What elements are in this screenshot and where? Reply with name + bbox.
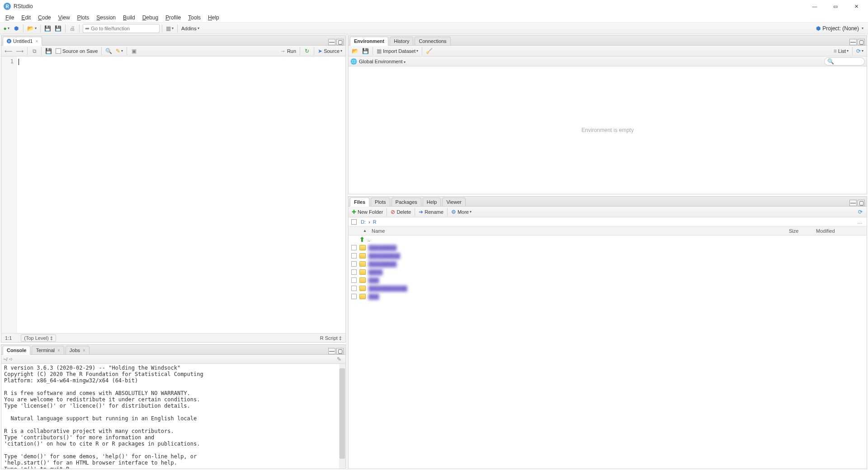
- maximize-pane-button[interactable]: ▢: [336, 348, 344, 354]
- filetype-selector[interactable]: R Script ‡: [320, 335, 342, 341]
- col-modified[interactable]: Modified: [812, 228, 867, 234]
- menu-help[interactable]: Help: [204, 14, 223, 22]
- tab-plots[interactable]: Plots: [371, 197, 390, 207]
- tab-files[interactable]: Files: [350, 197, 369, 207]
- goto-file-function[interactable]: ➦: [83, 24, 160, 33]
- tab-console[interactable]: Console: [3, 346, 30, 355]
- menu-file[interactable]: File: [2, 14, 18, 22]
- goto-input[interactable]: [91, 26, 157, 31]
- project-menu[interactable]: ⬢ Project: (None) ▾: [813, 25, 866, 32]
- tab-connections[interactable]: Connections: [415, 37, 450, 46]
- maximize-pane-button[interactable]: ▢: [336, 39, 344, 45]
- menu-edit[interactable]: Edit: [18, 14, 34, 22]
- show-in-new-window-button[interactable]: ⧉: [30, 47, 39, 56]
- refresh-files-button[interactable]: ⟳: [856, 207, 865, 216]
- menu-plots[interactable]: Plots: [74, 14, 93, 22]
- menu-session[interactable]: Session: [93, 14, 119, 22]
- new-file-button[interactable]: ●▾: [2, 24, 11, 33]
- new-folder-button[interactable]: ✚ New Folder: [350, 207, 384, 216]
- clear-env-button[interactable]: 🧹: [425, 47, 434, 56]
- tab-jobs[interactable]: Jobs×: [66, 346, 90, 355]
- menu-tools[interactable]: Tools: [184, 14, 204, 22]
- select-all-checkbox[interactable]: [351, 219, 357, 225]
- env-search[interactable]: 🔍: [824, 57, 865, 66]
- delete-button[interactable]: ⊘ Delete: [389, 207, 412, 216]
- row-checkbox[interactable]: [351, 286, 357, 291]
- more-button[interactable]: ⚙ More▾: [450, 207, 473, 216]
- load-workspace-button[interactable]: 📂: [350, 47, 360, 56]
- menu-debug[interactable]: Debug: [139, 14, 162, 22]
- row-checkbox[interactable]: [351, 245, 357, 250]
- forward-button[interactable]: ⟶: [14, 47, 25, 56]
- file-row[interactable]: ████████: [349, 260, 867, 268]
- save-button[interactable]: 💾: [43, 24, 52, 33]
- save-source-button[interactable]: 💾: [44, 47, 53, 56]
- file-row[interactable]: ███████████: [349, 284, 867, 292]
- minimize-pane-button[interactable]: —: [849, 39, 857, 45]
- list-view-button[interactable]: ≡ List▾: [832, 47, 850, 56]
- menu-profile[interactable]: Profile: [162, 14, 184, 22]
- maximize-pane-button[interactable]: ▢: [858, 39, 865, 45]
- print-button[interactable]: 🖨: [68, 24, 77, 33]
- close-tab-icon[interactable]: ×: [83, 348, 85, 353]
- file-row[interactable]: ███: [349, 292, 867, 301]
- code-editor[interactable]: 1: [1, 56, 345, 333]
- maximize-button[interactable]: ▭: [829, 2, 842, 11]
- col-name[interactable]: ▲ Name: [359, 228, 785, 234]
- save-all-button[interactable]: 💾: [53, 24, 63, 33]
- new-project-button[interactable]: ⬢: [12, 24, 21, 33]
- rename-button[interactable]: ➜ Rename: [417, 207, 445, 216]
- env-scope[interactable]: Global Environment▾: [359, 59, 406, 64]
- find-button[interactable]: 🔍: [104, 47, 113, 56]
- tab-terminal[interactable]: Terminal×: [32, 346, 64, 355]
- back-button[interactable]: ⟵: [3, 47, 14, 56]
- close-tab-icon[interactable]: ×: [35, 39, 38, 44]
- tab-packages[interactable]: Packages: [392, 197, 421, 207]
- minimize-pane-button[interactable]: —: [328, 348, 335, 354]
- crumb-folder[interactable]: R: [373, 219, 377, 225]
- close-button[interactable]: ✕: [850, 2, 863, 11]
- open-file-button[interactable]: 📂▾: [26, 24, 38, 33]
- menu-build[interactable]: Build: [119, 14, 139, 22]
- code-tools-button[interactable]: ✎▾: [114, 47, 124, 56]
- clear-console-button[interactable]: ✎: [335, 355, 344, 364]
- file-row-up[interactable]: ⬆ ..: [349, 235, 867, 244]
- run-button[interactable]: → Run: [279, 47, 297, 56]
- source-button[interactable]: ➤ Source▾: [316, 47, 344, 56]
- row-checkbox[interactable]: [351, 261, 357, 267]
- wd-arrow-icon[interactable]: ➪: [9, 357, 13, 362]
- row-checkbox[interactable]: [351, 277, 357, 283]
- close-tab-icon[interactable]: ×: [57, 348, 60, 353]
- tab-environment[interactable]: Environment: [350, 37, 388, 46]
- file-row[interactable]: ███: [349, 276, 867, 284]
- tab-history[interactable]: History: [390, 37, 413, 46]
- path-options-button[interactable]: …: [855, 219, 864, 225]
- console-scrollbar[interactable]: [339, 364, 345, 469]
- col-size[interactable]: Size: [785, 228, 812, 234]
- menu-view[interactable]: View: [55, 14, 74, 22]
- minimize-pane-button[interactable]: —: [849, 200, 857, 206]
- menu-code[interactable]: Code: [34, 14, 55, 22]
- import-dataset-button[interactable]: ▦ Import Dataset▾: [375, 47, 420, 56]
- code-area[interactable]: [17, 56, 345, 333]
- grid-button[interactable]: ▦▾: [165, 24, 175, 33]
- file-row[interactable]: █████████: [349, 252, 867, 260]
- refresh-env-button[interactable]: ⟳▾: [855, 47, 865, 56]
- save-workspace-button[interactable]: 💾: [361, 47, 370, 56]
- maximize-pane-button[interactable]: ▢: [858, 200, 865, 206]
- crumb-drive[interactable]: D:: [361, 219, 366, 225]
- tab-viewer[interactable]: Viewer: [442, 197, 465, 207]
- row-checkbox[interactable]: [351, 294, 357, 299]
- file-row[interactable]: ████████: [349, 244, 867, 252]
- rerun-button[interactable]: ↻: [302, 47, 311, 56]
- minimize-button[interactable]: —: [808, 2, 821, 11]
- tab-help[interactable]: Help: [423, 197, 441, 207]
- file-row[interactable]: ████: [349, 268, 867, 276]
- row-checkbox[interactable]: [351, 253, 357, 258]
- scope-selector[interactable]: (Top Level) ‡: [21, 334, 56, 342]
- row-checkbox[interactable]: [351, 269, 357, 275]
- compile-report-button[interactable]: ▣: [129, 47, 138, 56]
- minimize-pane-button[interactable]: —: [328, 39, 335, 45]
- console-output[interactable]: R version 3.6.3 (2020-02-29) -- "Holding…: [1, 364, 345, 469]
- source-on-save-checkbox[interactable]: Source on Save: [54, 47, 99, 56]
